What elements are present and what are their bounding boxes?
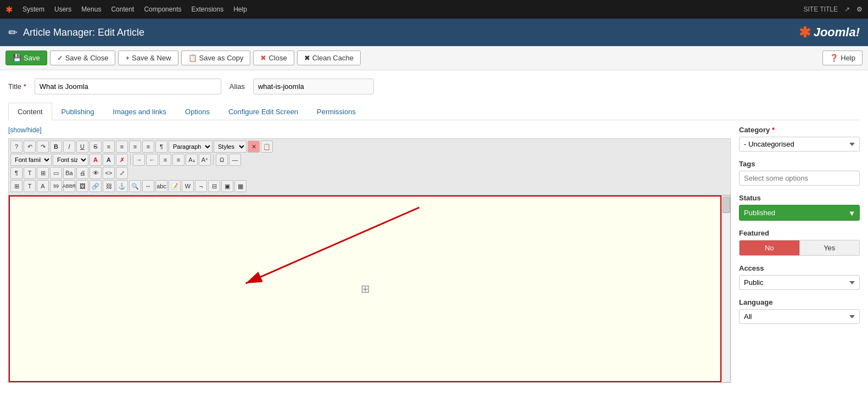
editor-sub-btn[interactable]: A₁: [186, 154, 198, 166]
nav-extensions[interactable]: Extensions: [191, 5, 223, 13]
pencil-icon: ✏: [8, 26, 18, 39]
editor-link-btn[interactable]: 🔗: [89, 180, 102, 192]
editor-toggle2-btn[interactable]: ▣: [221, 180, 233, 192]
tab-publishing[interactable]: Publishing: [52, 103, 104, 120]
editor-align-center-btn[interactable]: ≡: [116, 141, 128, 153]
nav-users[interactable]: Users: [54, 5, 71, 13]
nav-system[interactable]: System: [23, 5, 44, 13]
editor-spellcheck-btn[interactable]: abc: [155, 180, 167, 192]
editor-toggle-btn[interactable]: ⊞: [10, 180, 23, 192]
editor-align-justify-btn[interactable]: ≡: [142, 141, 154, 153]
editor-align-right-btn[interactable]: ≡: [129, 141, 141, 153]
featured-no-button[interactable]: No: [740, 240, 799, 255]
editor-styles-select[interactable]: Styles: [214, 141, 247, 153]
editor-show-blocks-btn[interactable]: ¶: [10, 167, 23, 179]
editor-unlink-btn[interactable]: ⛓: [103, 180, 115, 192]
tab-configure-edit[interactable]: Configure Edit Screen: [219, 103, 307, 120]
save-button[interactable]: 💾 Save: [5, 51, 47, 65]
save-copy-button[interactable]: 📋 Save as Copy: [181, 51, 251, 65]
topbar: ✱ System Users Menus Content Components …: [0, 0, 868, 19]
editor-ul-btn[interactable]: ≡: [172, 154, 184, 166]
header-title-area: ✏ Article Manager: Edit Article: [8, 26, 144, 39]
status-select[interactable]: Published Unpublished Archived Trashed: [739, 205, 860, 221]
help-button[interactable]: ❓ Help: [822, 51, 863, 65]
editor-para-btn[interactable]: ¶: [155, 141, 167, 153]
editor-content[interactable]: ⊞: [9, 195, 721, 382]
status-label: Status: [739, 194, 860, 202]
editor-paste-word-btn[interactable]: W: [182, 180, 194, 192]
tab-permissions[interactable]: Permissions: [307, 103, 365, 120]
editor-media-btn[interactable]: ▭: [50, 167, 62, 179]
editor-indent-btn[interactable]: →: [133, 154, 145, 166]
editor-help-btn[interactable]: ?: [10, 141, 23, 153]
editor-a-btn[interactable]: A: [37, 180, 49, 192]
editor-bold-btn[interactable]: B: [50, 141, 62, 153]
editor-outdent-btn[interactable]: ←: [146, 154, 158, 166]
editor-fullscreen-btn[interactable]: ⤢: [116, 167, 128, 179]
site-title[interactable]: SITE TITLE: [804, 5, 838, 13]
nav-content[interactable]: Content: [111, 5, 134, 13]
language-field: Language All: [739, 298, 860, 324]
editor-abbr-btn[interactable]: ABBR: [63, 180, 75, 192]
editor-strike-btn[interactable]: S: [89, 141, 102, 153]
editor-text-dir-btn[interactable]: T: [24, 167, 36, 179]
editor-code-btn[interactable]: <>: [103, 167, 115, 179]
featured-yes-button[interactable]: Yes: [799, 240, 860, 255]
editor-table-btn[interactable]: ⊞: [37, 167, 49, 179]
editor-anchor-btn[interactable]: ⚓: [116, 180, 128, 192]
access-select[interactable]: Public Guest Registered Special Super Us…: [739, 275, 860, 290]
editor-remove-format-btn[interactable]: ✗: [116, 154, 128, 166]
close-button[interactable]: ✖ Close: [253, 51, 294, 65]
editor-paste-text-btn[interactable]: 📝: [169, 180, 181, 192]
language-select[interactable]: All: [739, 309, 860, 324]
editor-templates-btn[interactable]: Ba: [63, 167, 75, 179]
nav-help[interactable]: Help: [233, 5, 247, 13]
editor-search-btn[interactable]: 🔍: [129, 180, 141, 192]
language-label: Language: [739, 298, 860, 306]
editor-font-size-select[interactable]: Font size: [53, 154, 88, 166]
editor-hr-btn[interactable]: —: [229, 154, 241, 166]
nav-menus[interactable]: Menus: [81, 5, 101, 13]
editor-img-btn[interactable]: 🖼: [76, 180, 88, 192]
alias-input[interactable]: [253, 79, 374, 94]
editor-special-btn[interactable]: Ω: [216, 154, 228, 166]
editor-underline-btn[interactable]: U: [76, 141, 88, 153]
save-close-button[interactable]: ✓ Save & Close: [50, 51, 116, 65]
category-select[interactable]: - Uncategorised: [739, 137, 860, 152]
editor-clear-btn[interactable]: ✕: [248, 141, 260, 153]
editor-preview-btn[interactable]: 👁: [89, 167, 102, 179]
joomla-icon: ✱: [5, 4, 13, 15]
scrollbar-thumb[interactable]: [723, 197, 730, 213]
editor-sup-btn[interactable]: Aˣ: [199, 154, 211, 166]
editor-italic-btn[interactable]: I: [63, 141, 75, 153]
editor-redo-btn[interactable]: ↷: [37, 141, 49, 153]
editor-font-family-select[interactable]: Font family: [10, 154, 52, 166]
tags-input[interactable]: [739, 171, 860, 186]
show-hide-link[interactable]: [show/hide]: [8, 126, 42, 134]
editor-print-btn[interactable]: 🖨: [76, 167, 88, 179]
editor-num-btn[interactable]: 99: [50, 180, 62, 192]
title-input[interactable]: [35, 79, 221, 94]
editor-align-left-btn[interactable]: ≡: [103, 141, 115, 153]
editor-toggle3-btn[interactable]: ▦: [234, 180, 247, 192]
tab-content[interactable]: Content: [8, 103, 52, 120]
editor-toolbar-row-1: ? ↶ ↷ B I U S ≡ ≡ ≡ ≡ ¶ Paragraph: [10, 141, 729, 153]
clean-cache-button[interactable]: ✖ Clean Cache: [297, 51, 361, 65]
editor-t-btn[interactable]: T: [24, 180, 36, 192]
tabs-bar: Content Publishing Images and links Opti…: [8, 103, 860, 120]
editor-undo-btn[interactable]: ↶: [24, 141, 36, 153]
editor-ol-btn[interactable]: ≡: [159, 154, 171, 166]
settings-icon[interactable]: ⚙: [856, 5, 863, 13]
save-new-button[interactable]: + Save & New: [118, 51, 178, 65]
editor-nonbreaking-btn[interactable]: ¬: [195, 180, 207, 192]
editor-highlight-btn[interactable]: A: [103, 154, 115, 166]
tab-options[interactable]: Options: [176, 103, 219, 120]
editor-replace-btn[interactable]: ↔: [142, 180, 154, 192]
editor-font-color-btn[interactable]: A: [89, 154, 102, 166]
tab-images-links[interactable]: Images and links: [104, 103, 176, 120]
nav-components[interactable]: Components: [144, 5, 181, 13]
editor-format-select[interactable]: Paragraph: [169, 141, 212, 153]
editor-paste-btn[interactable]: 📋: [261, 141, 273, 153]
editor-pagebreak-btn[interactable]: ⊟: [208, 180, 220, 192]
editor-scrollbar[interactable]: [721, 195, 730, 382]
